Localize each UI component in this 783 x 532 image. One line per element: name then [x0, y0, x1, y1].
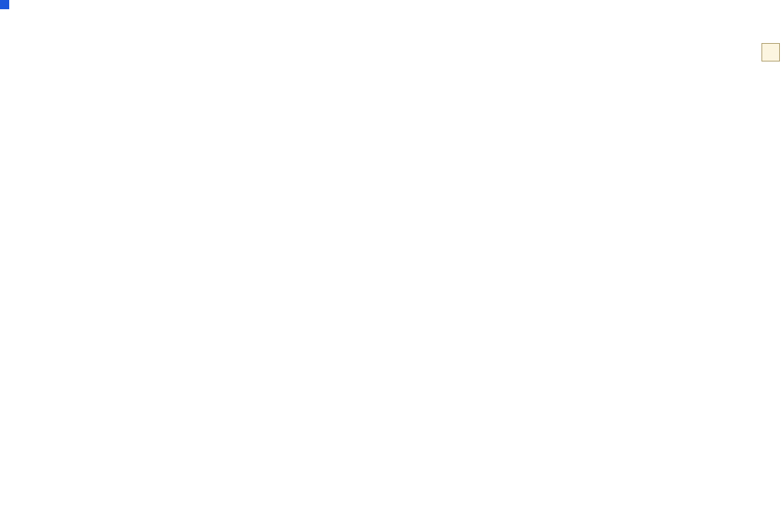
paste-options-icon[interactable] — [761, 43, 780, 62]
selection-rectangle — [0, 0, 9, 9]
